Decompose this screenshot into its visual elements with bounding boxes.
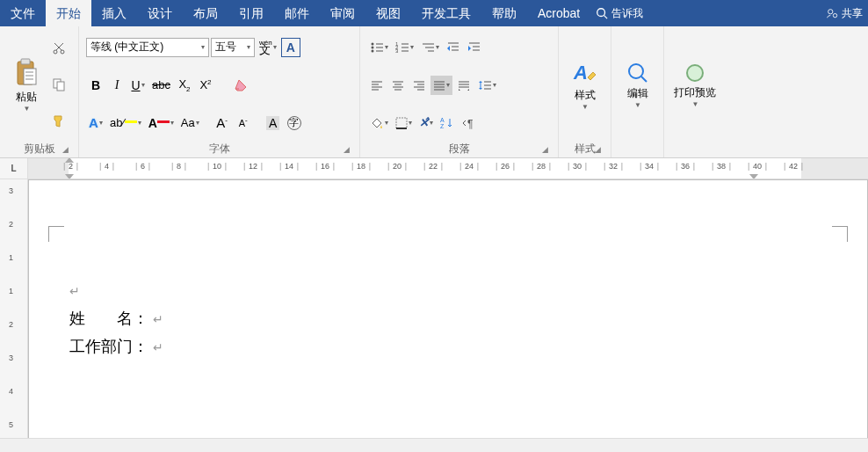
grow-font-button[interactable]: Aˆ — [213, 113, 232, 133]
tab-layout[interactable]: 布局 — [183, 0, 228, 26]
increase-indent-button[interactable] — [465, 38, 484, 57]
multilevel-list-button[interactable]: ▾ — [418, 38, 442, 57]
ruler-tick: 42 — [789, 162, 798, 171]
tell-me-label: 告诉我 — [611, 6, 643, 21]
character-shading-button[interactable]: A — [264, 113, 283, 133]
ruler-tick: 32 — [609, 162, 618, 171]
tab-review[interactable]: 审阅 — [320, 0, 365, 26]
distributed-button[interactable] — [454, 76, 474, 95]
chevron-down-icon: ▼ — [634, 101, 641, 109]
tab-design[interactable]: 设计 — [137, 0, 183, 26]
italic-button[interactable]: I — [107, 76, 127, 95]
tab-insert[interactable]: 插入 — [91, 0, 137, 26]
ruler-tick: 16 — [321, 162, 329, 171]
show-marks-button[interactable]: ¶ — [459, 113, 478, 133]
paragraph-group-label: 段落 — [449, 142, 470, 155]
font-launcher[interactable]: ◢ — [340, 143, 352, 156]
character-border-button[interactable]: A — [281, 38, 300, 57]
font-name-combo[interactable]: 等线 (中文正文)▾ — [86, 38, 209, 57]
paste-button[interactable]: 粘贴 ▼ — [5, 30, 47, 140]
cut-button[interactable] — [49, 39, 69, 58]
line-spacing-button[interactable]: ▾ — [475, 76, 499, 95]
ruler-tick: 20 — [393, 162, 401, 171]
ruler-tick: 26 — [501, 162, 510, 171]
sort-button[interactable]: AZ — [438, 113, 457, 133]
tab-mail[interactable]: 邮件 — [274, 0, 320, 26]
svg-point-2 — [828, 10, 833, 14]
svg-point-16 — [372, 42, 374, 45]
svg-rect-5 — [21, 59, 30, 64]
editing-button[interactable]: 编辑 ▼ — [617, 30, 658, 140]
tab-help[interactable]: 帮助 — [481, 0, 527, 26]
decrease-indent-button[interactable] — [444, 38, 463, 57]
tab-file[interactable]: 文件 — [0, 0, 46, 26]
borders-button[interactable]: ▾ — [393, 113, 415, 133]
shrink-font-button[interactable]: Aˇ — [234, 113, 253, 133]
horizontal-ruler[interactable]: 24681012141618202224262830323436384042 — [28, 158, 868, 179]
align-left-button[interactable] — [367, 76, 387, 95]
document-page[interactable]: ↵ 姓 名： ↵ 工作部门： ↵ — [28, 179, 868, 452]
svg-point-3 — [833, 13, 836, 17]
svg-text:A: A — [573, 62, 588, 84]
tell-me-search[interactable]: 告诉我 — [596, 6, 643, 21]
ruler-tick: 22 — [429, 162, 438, 171]
styles-button[interactable]: A 样式 ▼ — [564, 30, 605, 140]
editing-group-label — [617, 140, 658, 157]
align-right-button[interactable] — [409, 76, 429, 95]
eraser-icon — [234, 78, 250, 92]
svg-line-13 — [54, 43, 61, 50]
numbering-button[interactable]: 123▾ — [393, 38, 416, 57]
ruler-tick: 2 — [9, 320, 13, 329]
tab-acrobat[interactable]: Acrobat — [527, 0, 590, 26]
horizontal-scrollbar[interactable] — [0, 438, 868, 452]
phonetic-guide-button[interactable]: wén文▾ — [257, 38, 279, 57]
font-name-value: 等线 (中文正文) — [90, 40, 163, 55]
tab-references[interactable]: 引用 — [228, 0, 274, 26]
align-right-icon — [413, 80, 425, 91]
font-size-combo[interactable]: 五号▾ — [211, 38, 255, 57]
strikethrough-button[interactable]: abc — [149, 76, 173, 95]
tab-view[interactable]: 视图 — [365, 0, 411, 26]
indent-icon — [467, 41, 481, 54]
shading-button[interactable]: ▾ — [367, 113, 391, 133]
align-justify-button[interactable]: ▾ — [430, 76, 452, 95]
styles-launcher[interactable]: ◢ — [591, 143, 604, 156]
styles-icon: A — [572, 60, 598, 86]
vertical-ruler[interactable]: 32112345 — [0, 179, 28, 452]
change-case-button[interactable]: Aa▾ — [178, 113, 202, 133]
chevron-down-icon: ▾ — [247, 43, 250, 51]
ruler-tick: 3 — [9, 354, 13, 362]
share-button[interactable]: 共享 — [826, 6, 863, 21]
ruler-tick: 5 — [9, 420, 13, 429]
ruler-tick: 4 — [9, 387, 13, 396]
asian-layout-button[interactable]: ✕̂▾ — [416, 113, 436, 133]
svg-text:3: 3 — [395, 48, 399, 54]
subscript-button[interactable]: X2 — [175, 76, 194, 95]
font-size-value: 五号 — [215, 40, 236, 55]
paragraph-launcher[interactable]: ◢ — [539, 143, 551, 156]
underline-button[interactable]: U▾ — [128, 76, 148, 95]
tab-developer[interactable]: 开发工具 — [411, 0, 481, 26]
clipboard-launcher[interactable]: ◢ — [59, 143, 71, 156]
align-center-button[interactable] — [388, 76, 408, 95]
tab-selector[interactable]: L — [0, 158, 28, 179]
text-effects-button[interactable]: A▾ — [86, 113, 105, 133]
bullets-button[interactable]: ▾ — [367, 38, 391, 57]
font-color-button[interactable]: A▾ — [146, 113, 177, 133]
bold-button[interactable]: B — [86, 76, 105, 95]
document-body[interactable]: ↵ 姓 名： ↵ 工作部门： ↵ — [69, 277, 163, 361]
sort-icon: AZ — [440, 117, 454, 129]
ribbon: 粘贴 ▼ 剪贴板◢ 等线 (中文正文)▾ 五号▾ wén文▾ A B — [0, 26, 868, 158]
highlight-button[interactable]: ab⁄▾ — [107, 113, 144, 133]
print-preview-button[interactable]: 打印预览 ▼ — [669, 30, 720, 140]
enclose-characters-button[interactable]: 字 — [285, 113, 304, 133]
ruler-tick: 36 — [681, 162, 690, 171]
superscript-button[interactable]: X2 — [196, 76, 215, 95]
tab-home[interactable]: 开始 — [46, 0, 91, 26]
clear-formatting-button[interactable] — [231, 76, 252, 95]
format-painter-button[interactable] — [49, 112, 69, 131]
numbering-icon: 123 — [395, 41, 409, 54]
copy-button[interactable] — [49, 75, 69, 94]
ruler-tick: 8 — [177, 162, 181, 171]
svg-text:Z: Z — [440, 123, 445, 129]
